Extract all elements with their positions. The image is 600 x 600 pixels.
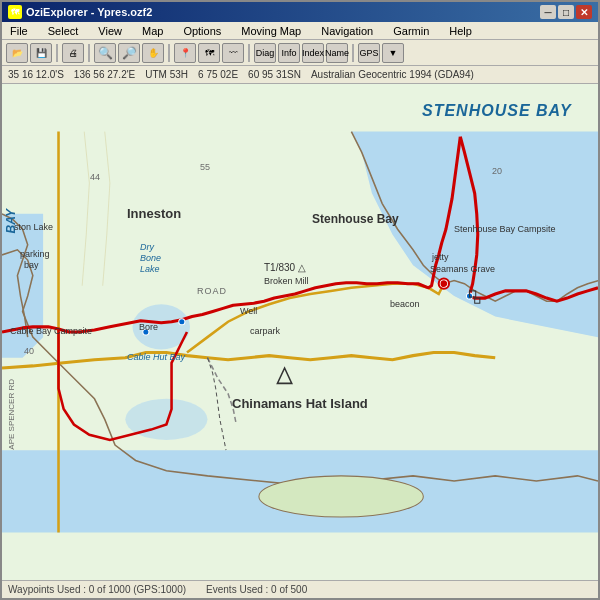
coord-datum: Australian Geocentric 1994 (GDA94) xyxy=(311,69,474,80)
svg-point-11 xyxy=(466,293,472,299)
coord-utm: UTM 53H xyxy=(145,69,188,80)
inneston-label: Inneston xyxy=(127,206,181,221)
title-bar-left: 🗺 OziExplorer - Ypres.ozf2 xyxy=(8,5,152,19)
svg-marker-2 xyxy=(2,450,598,532)
sep2 xyxy=(88,44,90,62)
stenhouse-bay-label: Stenhouse Bay xyxy=(312,212,399,226)
info-button[interactable]: Info xyxy=(278,43,300,63)
diag-button[interactable]: Diag xyxy=(254,43,276,63)
save-button[interactable]: 💾 xyxy=(30,43,52,63)
zoom-out-button[interactable]: 🔎 xyxy=(118,43,140,63)
route-button[interactable]: 🗺 xyxy=(198,43,220,63)
ston-lake-label: ston Lake xyxy=(14,222,53,232)
name-button[interactable]: Name xyxy=(326,43,348,63)
maximize-button[interactable]: □ xyxy=(558,5,574,19)
coord-bar: 35 16 12.0'S 136 56 27.2'E UTM 53H 6 75 … xyxy=(2,66,598,84)
parking-label: parking xyxy=(20,249,50,259)
title-bar-buttons: ─ □ ✕ xyxy=(540,5,592,19)
menu-options[interactable]: Options xyxy=(179,25,225,37)
carpark-label: carpark xyxy=(250,326,280,336)
svg-point-9 xyxy=(179,319,185,325)
app-icon: 🗺 xyxy=(8,5,22,19)
waypoint-button[interactable]: 📍 xyxy=(174,43,196,63)
coord-lat: 35 16 12.0'S xyxy=(8,69,64,80)
menu-navigation[interactable]: Navigation xyxy=(317,25,377,37)
toolbar-1: 📂 💾 🖨 🔍 🔎 ✋ 📍 🗺 〰 Diag Info Index Name G… xyxy=(2,40,598,66)
seamans-grave-label: Seamans Grave xyxy=(430,264,495,274)
menu-view[interactable]: View xyxy=(94,25,126,37)
bay-label: bay xyxy=(24,260,39,270)
svg-marker-3 xyxy=(2,214,43,358)
load-button[interactable]: 📂 xyxy=(6,43,28,63)
svg-point-10 xyxy=(440,280,448,288)
index-button[interactable]: Index xyxy=(302,43,324,63)
coord-y: 60 95 31SN xyxy=(248,69,301,80)
cable-hut-bay-label: Cable Hut Bay xyxy=(127,352,185,362)
track-button[interactable]: 〰 xyxy=(222,43,244,63)
jetty-label: jetty xyxy=(432,252,449,262)
status-bar: Waypoints Used : 0 of 1000 (GPS:1000) Ev… xyxy=(2,580,598,598)
bone-label: Bone xyxy=(140,253,161,263)
t1830-label: T1/830 △ xyxy=(264,262,306,273)
sep3 xyxy=(168,44,170,62)
menu-help[interactable]: Help xyxy=(445,25,476,37)
elev-20: 20 xyxy=(492,166,502,176)
spencer-rd-label: APE SPENCER RD xyxy=(7,379,16,450)
svg-point-12 xyxy=(439,279,449,289)
beacon-label: beacon xyxy=(390,299,420,309)
broken-mill-label: Broken Mill xyxy=(264,276,309,286)
well-label: Well xyxy=(240,306,257,316)
menu-select[interactable]: Select xyxy=(44,25,83,37)
print-button[interactable]: 🖨 xyxy=(62,43,84,63)
elev-44: 44 xyxy=(90,172,100,182)
stenhouse-bay-large-label: STENHOUSE BAY xyxy=(422,102,572,120)
close-button[interactable]: ✕ xyxy=(576,5,592,19)
elev-40: 40 xyxy=(24,346,34,356)
road-label: ROAD xyxy=(197,286,227,296)
svg-marker-1 xyxy=(351,132,598,338)
lake-label: Lake xyxy=(140,264,160,274)
elev-55: 55 xyxy=(200,162,210,172)
gps-button[interactable]: GPS xyxy=(358,43,380,63)
svg-rect-13 xyxy=(470,291,476,297)
bore-label: Bore xyxy=(139,322,158,332)
chinamans-hat-label: Chinamans Hat Island xyxy=(232,396,368,411)
svg-point-6 xyxy=(259,476,423,517)
menu-garmin[interactable]: Garmin xyxy=(389,25,433,37)
sep1 xyxy=(56,44,58,62)
minimize-button[interactable]: ─ xyxy=(540,5,556,19)
menu-file[interactable]: File xyxy=(6,25,32,37)
menu-bar: File Select View Map Options Moving Map … xyxy=(2,22,598,40)
map-area[interactable]: STENHOUSE BAY Stenhouse Bay Stenhouse Ba… xyxy=(2,84,598,580)
svg-marker-15 xyxy=(277,368,291,383)
svg-rect-14 xyxy=(475,298,480,303)
coord-lon: 136 56 27.2'E xyxy=(74,69,135,80)
menu-moving-map[interactable]: Moving Map xyxy=(237,25,305,37)
sep4 xyxy=(248,44,250,62)
dry-label: Dry xyxy=(140,242,154,252)
zoom-in-button[interactable]: 🔍 xyxy=(94,43,116,63)
waypoints-status: Waypoints Used : 0 of 1000 (GPS:1000) xyxy=(8,584,186,595)
cable-bay-campsite-label: Cable Bay Campsite xyxy=(10,326,92,336)
stenhouse-bay-campsite-label: Stenhouse Bay Campsite xyxy=(454,224,556,234)
filter-button[interactable]: ▼ xyxy=(382,43,404,63)
sep5 xyxy=(352,44,354,62)
svg-point-5 xyxy=(125,399,207,440)
events-status: Events Used : 0 of 500 xyxy=(206,584,307,595)
main-window: 🗺 OziExplorer - Ypres.ozf2 ─ □ ✕ File Se… xyxy=(0,0,600,600)
menu-map[interactable]: Map xyxy=(138,25,167,37)
coord-x: 6 75 02E xyxy=(198,69,238,80)
pan-button[interactable]: ✋ xyxy=(142,43,164,63)
title-bar: 🗺 OziExplorer - Ypres.ozf2 ─ □ ✕ xyxy=(2,2,598,22)
window-title: OziExplorer - Ypres.ozf2 xyxy=(26,6,152,18)
